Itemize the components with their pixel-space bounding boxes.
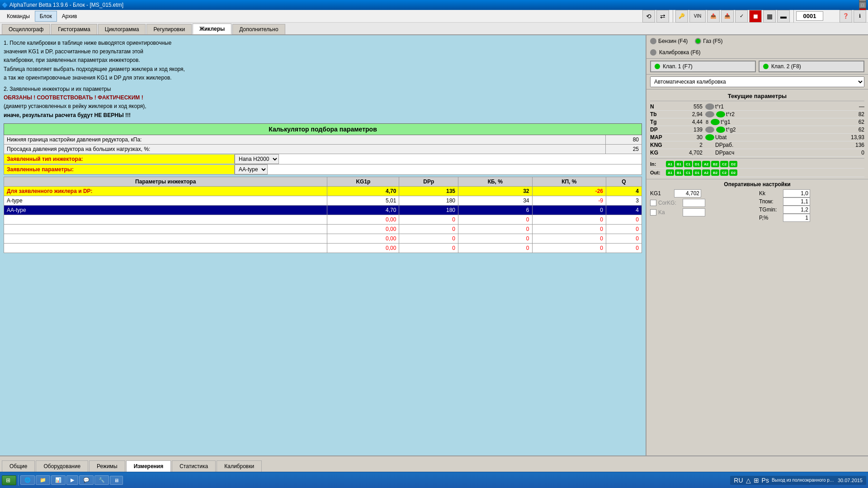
col-dp: DPp: [399, 177, 458, 186]
taskbar-app2[interactable]: 🖥: [110, 476, 123, 485]
toolbar-btn-4[interactable]: 📤: [707, 10, 720, 23]
btab-measurements[interactable]: Измерения: [126, 460, 171, 472]
op-grid: KG1 CorKG: Ka K: [650, 189, 864, 222]
param-Tb-value2: 82: [846, 111, 864, 117]
op-tgmin-input[interactable]: [783, 206, 810, 214]
toolbar-btn-2[interactable]: ⇄: [656, 10, 669, 23]
injector-params-select[interactable]: AA-type: [235, 164, 268, 174]
bottom-tabs: Общие Оборудование Режимы Измерения Стат…: [0, 455, 868, 472]
toolbar-btn-3[interactable]: 🔑: [675, 10, 688, 23]
toolbar-btn-8[interactable]: ▬: [777, 10, 790, 23]
btab-general[interactable]: Общие: [2, 460, 35, 472]
table-row: 0,00 0 0 0 0: [4, 224, 642, 234]
injector-type-select[interactable]: Hana H2000: [235, 154, 279, 164]
param-Tg-value2: 62: [846, 119, 864, 125]
param-MAP-value2: 13,93: [846, 134, 864, 141]
toolbar-btn-info[interactable]: ℹ: [854, 10, 866, 23]
op-ka-checkbox[interactable]: [650, 209, 656, 216]
auto-calibration-select[interactable]: Автоматическая калибровка: [650, 76, 864, 87]
titlebar-title: 🔷 AlphaTuner Betta 13.9.6 - Блок - [MS_0…: [2, 2, 123, 8]
taskbar-skype[interactable]: 💬: [79, 475, 94, 485]
operative-settings: Оперативные настройки KG1 CorKG: Ka: [646, 179, 868, 224]
btab-modes[interactable]: Режимы: [89, 460, 125, 472]
taskbar-app1[interactable]: 🔧: [94, 475, 109, 485]
param-Tb-label: t°r2: [726, 111, 846, 117]
param-DP-label: t°g2: [726, 127, 846, 133]
tray-lang: RU: [734, 477, 743, 484]
tray-time: 30.07.2015: [838, 478, 863, 483]
menu-commands[interactable]: Команды: [2, 11, 35, 22]
op-kk-input[interactable]: [783, 189, 810, 197]
menu-archive[interactable]: Архив: [57, 11, 82, 22]
io-dot-A1: A1: [666, 161, 674, 167]
tab-cyclogram[interactable]: Циклограмма: [98, 24, 146, 34]
op-ka-input[interactable]: [683, 208, 705, 216]
titlebar-text: AlphaTuner Betta 13.9.6 - Блок - [MS_015…: [9, 2, 123, 8]
tab-zhiklery[interactable]: Жиклеры: [193, 23, 231, 34]
radio-section: Бензин (F4) Газ (F5) Калибровка (F6): [646, 35, 868, 59]
param-row-Tb: Tb 2,94 t°r2 82: [650, 111, 864, 118]
radio-benzin[interactable]: Бензин (F4): [650, 38, 688, 44]
taskbar-explorer[interactable]: 📁: [36, 475, 50, 485]
io-in-dots: A1 B1 C1 D1 A2 B2 C2 D2: [666, 161, 737, 167]
io-in-row: In: A1 B1 C1 D1 A2 B2 C2 D2: [650, 160, 864, 169]
btab-calibrations[interactable]: Калибровки: [217, 460, 262, 472]
toolbar-separator-2: [792, 10, 794, 23]
io-in-label: In:: [650, 161, 666, 167]
io-dot-B1: B1: [675, 161, 683, 167]
toolbar-separator-1: [671, 10, 673, 23]
param-Tg-label: t°g1: [721, 119, 846, 125]
toolbar-btn-1[interactable]: ⟲: [642, 10, 655, 23]
menu-blok[interactable]: Блок: [35, 11, 57, 22]
calc-prosadka-label: Просадка давления редуктора на больших н…: [4, 145, 605, 154]
op-corkkg-checkbox[interactable]: [650, 200, 656, 206]
klap2-button[interactable]: Клап. 2 (F8): [759, 61, 864, 72]
params-table: N 555 t°r1 — Tb 2,94 t°r2 82 Tg: [650, 103, 864, 157]
start-button[interactable]: ⊞: [2, 475, 16, 485]
table-row: 0,00 0 0 0 0: [4, 234, 642, 243]
param-row-KG: KG 4,702 DPрасч 0: [650, 149, 864, 157]
info-line6: 2. Заявленные инжекторы и их параметры: [4, 85, 642, 94]
col-kb: КБ, %: [458, 177, 533, 186]
taskbar-ie[interactable]: 🌐: [20, 475, 35, 485]
param-MAP-value: 30: [675, 134, 704, 141]
toolbar-btn-5[interactable]: 📥: [721, 10, 734, 23]
klap1-button[interactable]: Клап. 1 (F7): [650, 61, 756, 72]
toolbar-btn-7[interactable]: ▦: [763, 10, 776, 23]
param-KG-value2: 0: [846, 150, 864, 156]
tab-regulations[interactable]: Регулировки: [146, 24, 192, 34]
taskbar-media[interactable]: ▶: [66, 475, 78, 485]
tab-oscilloscope[interactable]: Осциллограф: [2, 24, 50, 34]
param-DP-value2: 62: [846, 127, 864, 133]
radio-gaz[interactable]: Газ (F5): [695, 38, 722, 44]
toolbar-btn-stop[interactable]: ⏹: [749, 10, 762, 23]
toolbar-btn-help[interactable]: ❓: [840, 10, 852, 23]
taskbar-chart[interactable]: 📊: [51, 475, 66, 485]
explorer-icon: 📁: [40, 477, 46, 483]
param-row-DP: DP 139 t°g2 62: [650, 126, 864, 134]
io-out-dots: A1 B1 C1 D1 A2 B2 C2 D2: [666, 169, 737, 176]
param-row-MAP: MAP 30 Ubat 13,93: [650, 134, 864, 141]
param-Tb-value: 2,94: [675, 111, 704, 117]
info-block2: 2. Заявленные инжекторы и их параметры О…: [4, 85, 642, 120]
info-line9: иначе, результаты расчета будут НЕ ВЕРНЫ…: [4, 111, 642, 120]
tray-date: 30.07.2015: [838, 478, 863, 483]
maximize-button[interactable]: □: [859, 2, 866, 8]
info-line2: значения KG1 и DP, рассчитанные по резул…: [4, 47, 642, 56]
op-tpom-input[interactable]: [783, 197, 810, 206]
param-MAP-name: MAP: [650, 134, 675, 141]
btab-equipment[interactable]: Оборудование: [36, 460, 88, 472]
op-corkkg-input[interactable]: [683, 199, 705, 207]
op-p-row: P,%: [759, 214, 864, 222]
tab-histogram[interactable]: Гистограмма: [51, 24, 97, 34]
col-q: Q: [606, 177, 642, 186]
toolbar-btn-6[interactable]: ✓: [735, 10, 748, 23]
tab-additional[interactable]: Дополнительно: [232, 24, 285, 34]
op-p-input[interactable]: [783, 214, 810, 222]
io-out-dot-D1: D1: [693, 169, 701, 176]
toolbar-btn-vin[interactable]: VIN: [689, 10, 706, 23]
param-KG-name: KG: [650, 150, 675, 156]
op-kg1-input[interactable]: [674, 189, 701, 197]
param-Tg-indicator: [711, 119, 720, 125]
btab-statistics[interactable]: Статистика: [172, 460, 216, 472]
